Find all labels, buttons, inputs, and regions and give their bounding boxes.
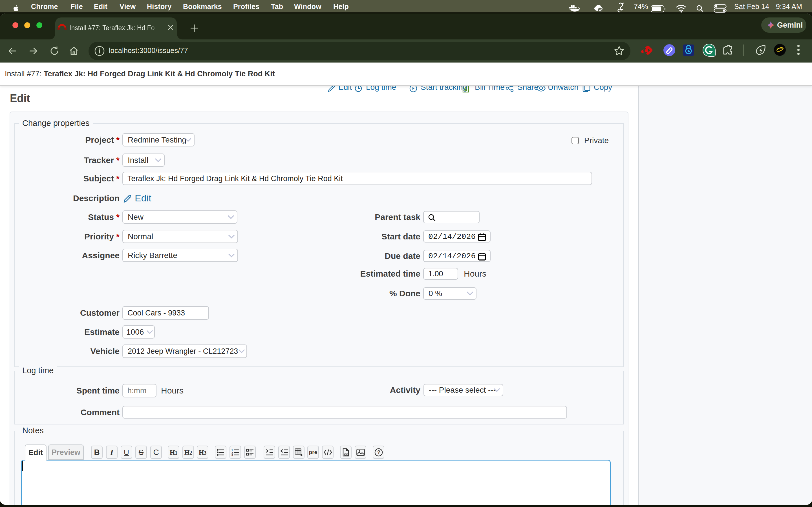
svg-text:Barrette: Barrette — [777, 48, 783, 49]
svg-text:3: 3 — [232, 454, 233, 456]
svg-text:?: ? — [377, 450, 380, 455]
